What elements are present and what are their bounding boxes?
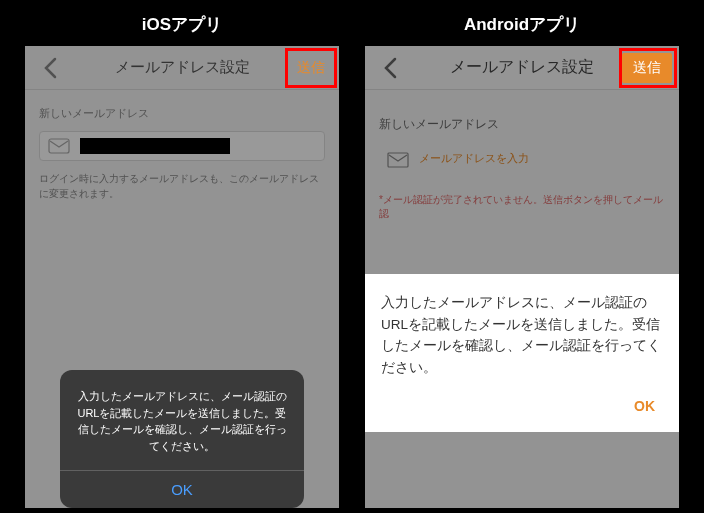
ios-alert-dialog: 入力したメールアドレスに、メール認証のURLを記載したメールを送信しました。受信… [60,370,304,508]
dialog-message: 入力したメールアドレスに、メール認証のURLを記載したメールを送信しました。受信… [60,370,304,470]
android-alert-dialog: 入力したメールアドレスに、メール認証のURLを記載したメールを送信しました。受信… [365,274,679,432]
send-button[interactable]: 送信 [289,52,333,84]
dialog-message: 入力したメールアドレスに、メール認証のURLを記載したメールを送信しました。受信… [381,292,663,378]
ios-column-title: iOSアプリ [142,5,222,46]
android-screen: メールアドレス設定 送信 新しいメールアドレス メールアドレスを入力 *メール認… [365,46,679,508]
android-column-title: Androidアプリ [464,5,580,46]
dialog-ok-button[interactable]: OK [381,392,663,420]
ios-screen: メールアドレス設定 送信 新しいメールアドレス ログイン時に入力するメールアドレ… [25,46,339,508]
dialog-ok-button[interactable]: OK [60,470,304,508]
send-button[interactable]: 送信 [622,53,672,83]
